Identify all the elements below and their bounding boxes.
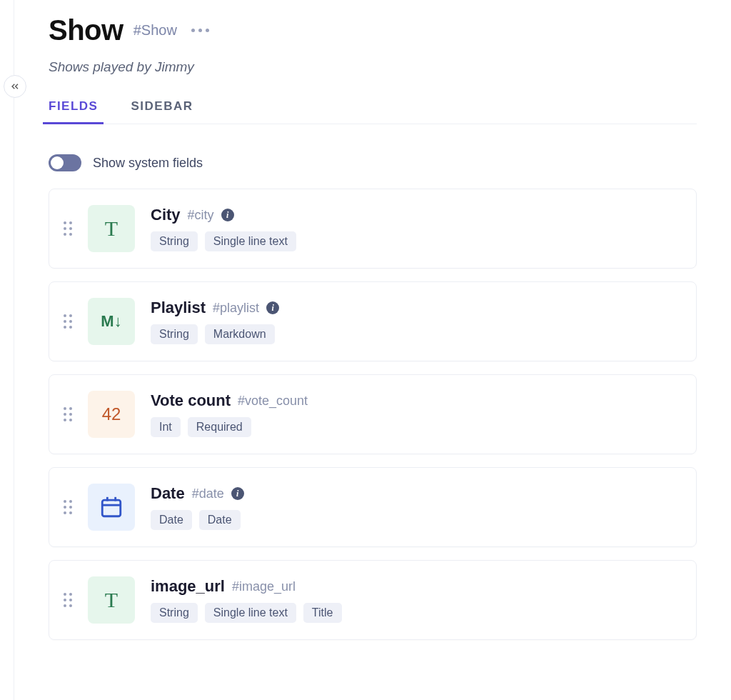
tab-sidebar[interactable]: SIDEBAR: [131, 99, 193, 124]
more-options-button[interactable]: [187, 24, 213, 36]
calendar-icon: [99, 495, 123, 519]
system-fields-toggle[interactable]: [49, 154, 81, 171]
drag-handle-icon[interactable]: [64, 407, 72, 421]
page-title: Show: [49, 14, 123, 46]
info-icon[interactable]: i: [266, 301, 279, 314]
field-body: City #city i String Single line text: [151, 206, 682, 251]
field-card-vote-count[interactable]: 42 Vote count #vote_count Int Required: [49, 374, 697, 454]
field-card-city[interactable]: T City #city i String Single line text: [49, 189, 697, 269]
field-card-image-url[interactable]: T image_url #image_url String Single lin…: [49, 560, 697, 640]
text-type-icon: T: [88, 576, 135, 624]
field-tag: Required: [188, 417, 251, 437]
field-name: Date: [151, 484, 185, 503]
text-type-icon: T: [88, 205, 135, 252]
info-icon[interactable]: i: [231, 487, 244, 500]
field-tags: String Single line text: [151, 231, 682, 251]
svg-rect-0: [102, 500, 121, 516]
page-subtitle: Shows played by Jimmy: [49, 59, 697, 75]
field-tags: String Single line text Title: [151, 603, 682, 623]
date-type-icon: [88, 484, 135, 531]
field-tags: Date Date: [151, 510, 682, 530]
system-fields-toggle-label: Show system fields: [93, 156, 203, 171]
field-tag: Markdown: [205, 324, 275, 344]
field-card-date[interactable]: Date #date i Date Date: [49, 467, 697, 547]
field-tag: Title: [303, 603, 342, 623]
field-tag: String: [151, 231, 198, 251]
field-slug: #playlist: [213, 301, 259, 316]
markdown-type-icon: M↓: [88, 298, 135, 345]
field-card-playlist[interactable]: M↓ Playlist #playlist i String Markdown: [49, 281, 697, 361]
field-tags: Int Required: [151, 417, 682, 437]
field-title-row: Vote count #vote_count: [151, 391, 682, 410]
field-tag: String: [151, 603, 198, 623]
field-name: City: [151, 206, 181, 224]
field-tag: Single line text: [205, 603, 296, 623]
field-body: image_url #image_url String Single line …: [151, 577, 682, 623]
content-area: Show #Show Shows played by Jimmy FIELDS …: [14, 0, 731, 654]
info-icon[interactable]: i: [221, 209, 234, 221]
field-list: T City #city i String Single line text M…: [49, 189, 697, 640]
field-slug: #city: [188, 208, 214, 223]
left-rail: [0, 0, 14, 700]
field-title-row: Playlist #playlist i: [151, 299, 682, 317]
field-tag: Date: [199, 510, 241, 530]
header-row: Show #Show: [49, 14, 697, 46]
drag-handle-icon[interactable]: [64, 593, 72, 607]
drag-handle-icon[interactable]: [64, 314, 72, 329]
field-tag: Int: [151, 417, 181, 437]
drag-handle-icon[interactable]: [64, 500, 72, 514]
field-title-row: City #city i: [151, 206, 682, 224]
field-name: Playlist: [151, 299, 206, 317]
field-body: Vote count #vote_count Int Required: [151, 391, 682, 437]
field-slug: #vote_count: [238, 394, 308, 409]
tab-fields[interactable]: FIELDS: [49, 99, 98, 124]
field-slug: #date: [192, 486, 224, 501]
field-tag: Single line text: [205, 231, 296, 251]
field-body: Date #date i Date Date: [151, 484, 682, 530]
field-tags: String Markdown: [151, 324, 682, 344]
field-tag: String: [151, 324, 198, 344]
field-name: Vote count: [151, 391, 231, 410]
field-slug: #image_url: [232, 579, 296, 594]
drag-handle-icon[interactable]: [64, 221, 72, 236]
field-body: Playlist #playlist i String Markdown: [151, 299, 682, 344]
system-fields-toggle-row: Show system fields: [49, 154, 697, 171]
field-title-row: Date #date i: [151, 484, 682, 503]
dots-icon: [191, 29, 195, 32]
field-tag: Date: [151, 510, 192, 530]
collapse-sidebar-button[interactable]: [4, 75, 26, 98]
int-type-icon: 42: [88, 391, 135, 438]
page-slug: #Show: [133, 22, 177, 39]
tabs: FIELDS SIDEBAR: [49, 99, 697, 124]
field-title-row: image_url #image_url: [151, 577, 682, 596]
chevron-double-left-icon: [9, 81, 21, 92]
field-name: image_url: [151, 577, 225, 596]
